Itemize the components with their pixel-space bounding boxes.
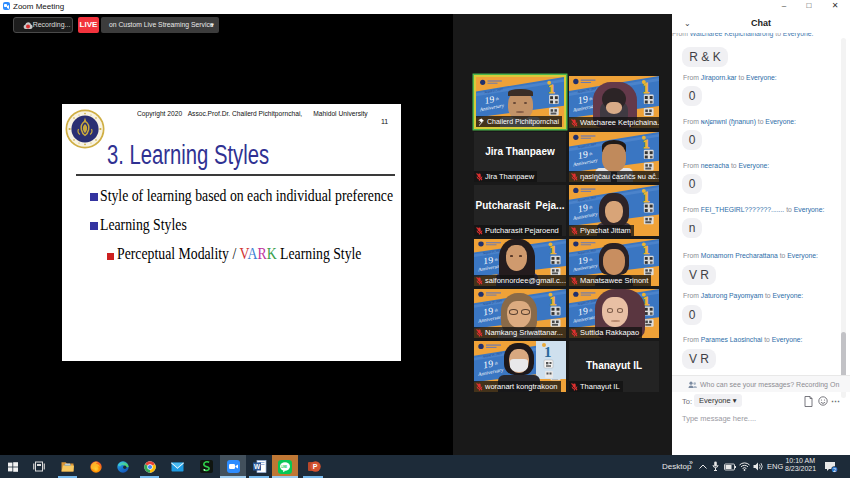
svg-text:2: 2: [833, 466, 836, 472]
svg-text:LINE: LINE: [281, 465, 287, 469]
svg-text:P: P: [312, 463, 317, 470]
svg-text:W: W: [254, 463, 261, 470]
